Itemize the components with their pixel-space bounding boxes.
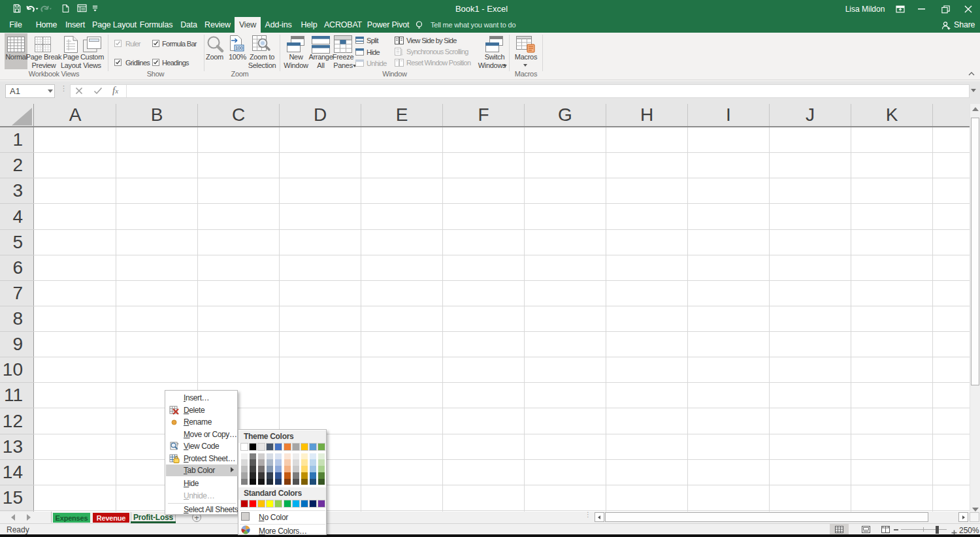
svg-text:100: 100 [235, 46, 243, 50]
